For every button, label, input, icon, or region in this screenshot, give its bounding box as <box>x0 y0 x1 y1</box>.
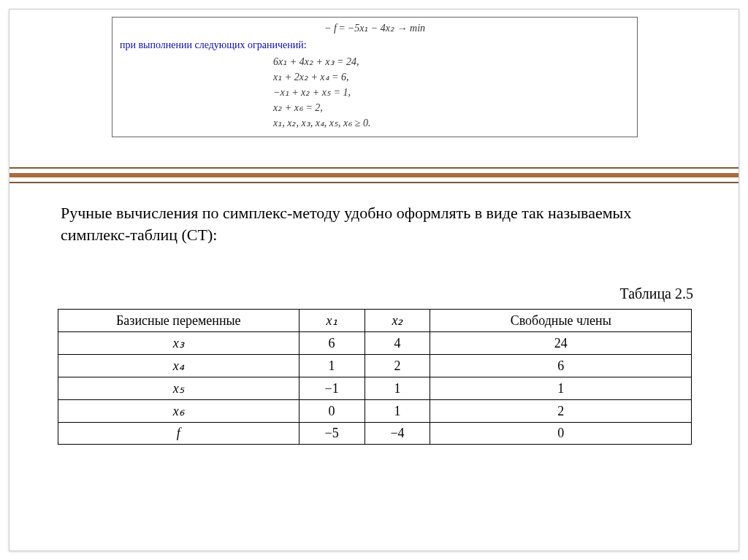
table-row: x₄ 1 2 6 <box>58 355 692 377</box>
cell-rhs: 6 <box>430 355 692 377</box>
divider-band <box>9 167 739 183</box>
objective-eq: = <box>337 23 348 34</box>
constraints-list: 6x₁ + 4x₂ + x₃ = 24, x₁ + 2x₂ + x₄ = 6, … <box>273 54 630 131</box>
cell-rhs: 2 <box>430 400 692 423</box>
objective-rhs: −5x₁ − 4x₂ → min <box>348 23 425 34</box>
cell-x1: −5 <box>299 423 365 445</box>
cell-x2: −4 <box>365 423 430 445</box>
cell-basis: x₆ <box>58 400 299 423</box>
cell-x2: 2 <box>365 355 430 377</box>
cell-x2: 1 <box>365 377 430 400</box>
objective-function: − f = −5x₁ − 4x₂ → min <box>120 20 630 36</box>
cell-basis: x₄ <box>58 355 299 377</box>
constraints-intro: при выполнении следующих ограничений: <box>120 37 630 53</box>
cell-basis: f <box>58 423 299 445</box>
constraint-5: x₁, x₂, x₃, x₄, x₅, x₆ ≥ 0. <box>273 115 630 131</box>
cell-x2: 1 <box>365 400 430 423</box>
objective-lhs: − f <box>324 23 337 34</box>
equations-box: − f = −5x₁ − 4x₂ → min при выполнении сл… <box>112 17 638 137</box>
cell-rhs: 0 <box>430 423 692 445</box>
table-row: f −5 −4 0 <box>58 423 692 445</box>
constraint-2: x₁ + 2x₂ + x₄ = 6, <box>273 69 630 85</box>
cell-basis: x₅ <box>58 377 299 400</box>
simplex-table: Базисные переменные x₁ x₂ Свободные член… <box>58 309 692 445</box>
divider-mid <box>9 173 739 177</box>
cell-basis: x₃ <box>58 332 299 355</box>
cell-x1: 1 <box>299 355 365 377</box>
th-rhs: Свободные члены <box>430 310 692 332</box>
table-header-row: Базисные переменные x₁ x₂ Свободные член… <box>58 310 692 332</box>
th-basis: Базисные переменные <box>58 310 299 332</box>
cell-x1: 6 <box>299 332 365 355</box>
constraint-3: −x₁ + x₂ + x₅ = 1, <box>273 85 630 100</box>
cell-x2: 4 <box>365 332 430 355</box>
constraint-1: 6x₁ + 4x₂ + x₃ = 24, <box>273 54 630 69</box>
cell-rhs: 1 <box>430 377 692 400</box>
table-row: x₃ 6 4 24 <box>58 332 692 355</box>
cell-x1: 0 <box>299 400 365 423</box>
constraint-4: x₂ + x₆ = 2, <box>273 100 630 115</box>
cell-x1: −1 <box>299 377 365 400</box>
th-x1: x₁ <box>299 310 365 332</box>
cell-rhs: 24 <box>430 332 692 355</box>
body-paragraph: Ручные вычисления по симплекс-методу удо… <box>61 202 695 245</box>
table-caption: Таблица 2.5 <box>619 285 693 302</box>
table-row: x₅ −1 1 1 <box>58 377 692 400</box>
th-x2: x₂ <box>365 310 430 332</box>
slide-frame: − f = −5x₁ − 4x₂ → min при выполнении сл… <box>9 9 739 551</box>
table-row: x₆ 0 1 2 <box>58 400 692 423</box>
